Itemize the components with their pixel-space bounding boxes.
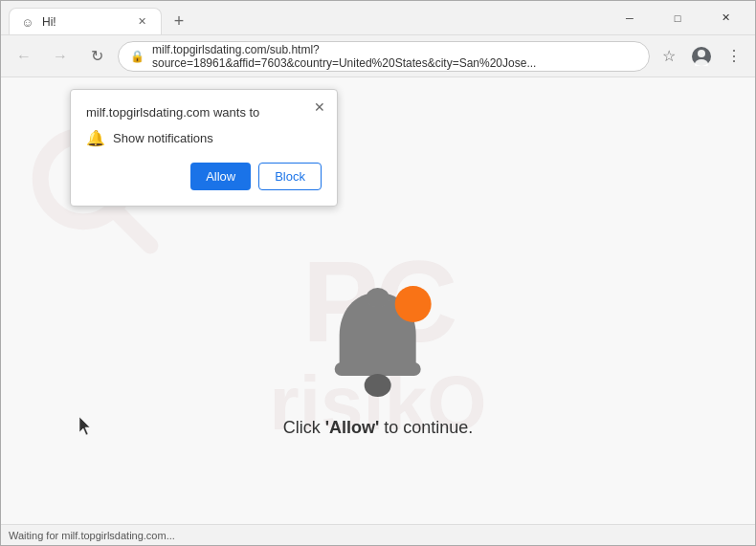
forward-button[interactable]: → [45, 41, 76, 72]
popup-bell-icon: 🔔 [86, 129, 105, 147]
new-tab-button[interactable]: + [166, 8, 192, 34]
address-bar[interactable]: 🔒 milf.topgirlsdating.com/sub.html?sourc… [118, 41, 650, 72]
block-button[interactable]: Block [258, 163, 322, 190]
continue-allow-bold: 'Allow' [325, 418, 380, 437]
lock-icon: 🔒 [130, 50, 145, 63]
maximize-button[interactable]: □ [656, 5, 700, 32]
svg-point-7 [365, 374, 391, 397]
popup-title: milf.topgirlsdating.com wants to [86, 105, 322, 120]
navbar: ← → ↻ 🔒 milf.topgirlsdating.com/sub.html… [1, 35, 755, 77]
svg-line-4 [113, 208, 150, 246]
tab-favicon-icon: ☺ [21, 15, 34, 29]
status-text: Waiting for milf.topgirlsdating.com... [9, 530, 175, 541]
titlebar: ☺ Hi! ✕ + ─ □ ✕ [1, 1, 755, 35]
active-tab[interactable]: ☺ Hi! ✕ [9, 8, 162, 34]
tab-close-button[interactable]: ✕ [134, 14, 149, 30]
bookmark-icon[interactable]: ☆ [656, 43, 682, 70]
window-controls: ─ □ ✕ [608, 5, 747, 32]
close-button[interactable]: ✕ [703, 5, 747, 32]
profile-icon[interactable] [688, 43, 715, 70]
menu-icon[interactable]: ⋮ [721, 43, 747, 70]
svg-rect-6 [335, 362, 421, 376]
browser-window: ☺ Hi! ✕ + ─ □ ✕ ← → ↻ 🔒 milf.topgirlsdat… [0, 0, 756, 546]
bell-container: Click 'Allow' to continue. [283, 278, 474, 438]
continue-text: Click 'Allow' to continue. [283, 418, 474, 438]
minimize-button[interactable]: ─ [608, 5, 652, 32]
popup-notification-label: Show notifications [113, 131, 213, 145]
popup-close-button[interactable]: ✕ [310, 98, 329, 117]
popup-buttons: Allow Block [86, 163, 322, 190]
svg-point-5 [367, 288, 389, 307]
page-content: PC risikO Click 'A [1, 77, 755, 524]
bell-illustration [321, 278, 435, 403]
url-text: milf.topgirlsdating.com/sub.html?source=… [152, 43, 637, 70]
reload-button[interactable]: ↻ [81, 41, 112, 72]
tab-bar: ☺ Hi! ✕ + [9, 1, 600, 34]
svg-point-1 [698, 50, 705, 57]
back-button[interactable]: ← [9, 41, 39, 72]
statusbar: Waiting for milf.topgirlsdating.com... [1, 524, 755, 545]
popup-notification-row: 🔔 Show notifications [86, 129, 322, 147]
tab-title: Hi! [42, 15, 126, 29]
allow-button[interactable]: Allow [190, 163, 251, 190]
notification-popup: milf.topgirlsdating.com wants to ✕ 🔔 Sho… [70, 89, 338, 207]
